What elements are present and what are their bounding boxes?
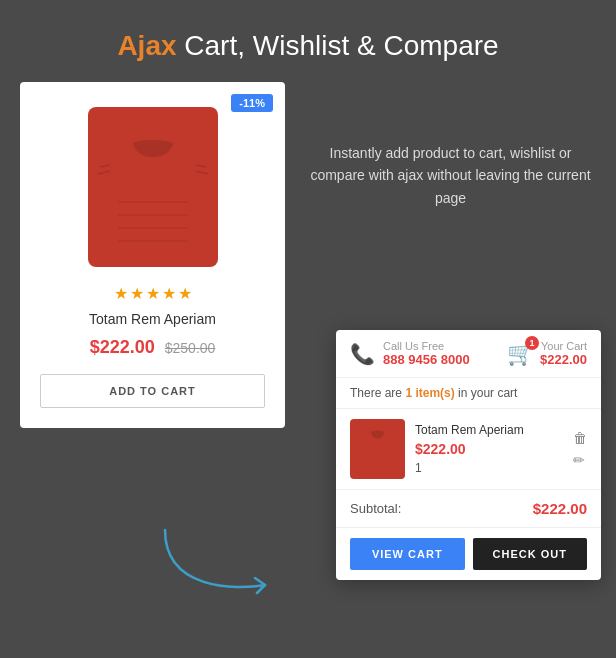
item-count: 1 item(s)	[405, 386, 454, 400]
cart-actions: VIEW CART CHECK OUT	[336, 528, 601, 580]
cart-total-price: $222.00	[540, 352, 587, 367]
cart-subtotal: Subtotal: $222.00	[336, 490, 601, 528]
price-row: $222.00 $250.00	[40, 337, 265, 358]
product-card: -11%	[20, 82, 285, 428]
cart-item-price: $222.00	[415, 441, 563, 457]
cart-item-details: Totam Rem Aperiam $222.00 1	[415, 423, 563, 475]
subtotal-amount: $222.00	[533, 500, 587, 517]
arrow-container	[155, 520, 275, 604]
cart-header: 📞 Call Us Free 888 9456 8000 🛒 1 Your Ca…	[336, 330, 601, 378]
your-cart-label: Your Cart	[540, 340, 587, 352]
page-title: Ajax Cart, Wishlist & Compare	[0, 0, 616, 82]
product-image	[88, 107, 218, 267]
title-rest: Cart, Wishlist & Compare	[177, 30, 499, 61]
phone-icon: 📞	[350, 342, 375, 366]
product-image-container	[40, 102, 265, 272]
cart-item: Totam Rem Aperiam $222.00 1 🗑 ✏	[336, 409, 601, 490]
description-content: Instantly add product to cart, wishlist …	[310, 145, 590, 206]
add-to-cart-button[interactable]: ADD TO CART	[40, 374, 265, 408]
call-us-info: Call Us Free 888 9456 8000	[383, 340, 470, 367]
cart-icon-wrap: 🛒 1	[507, 341, 534, 367]
cart-item-qty: 1	[415, 461, 563, 475]
cart-popup: 📞 Call Us Free 888 9456 8000 🛒 1 Your Ca…	[336, 330, 601, 580]
checkout-button[interactable]: CHECK OUT	[473, 538, 588, 570]
title-ajax-word: Ajax	[117, 30, 176, 61]
view-cart-button[interactable]: VIEW CART	[350, 538, 465, 570]
cart-info-bar: There are 1 item(s) in your cart	[336, 378, 601, 409]
call-us-label: Call Us Free	[383, 340, 470, 352]
original-price: $250.00	[165, 340, 216, 356]
delete-icon[interactable]: 🗑	[573, 430, 587, 446]
product-name: Totam Rem Aperiam	[40, 311, 265, 327]
info-suffix: in your cart	[458, 386, 517, 400]
edit-icon[interactable]: ✏	[573, 452, 587, 468]
current-price: $222.00	[90, 337, 155, 358]
info-prefix: There are	[350, 386, 402, 400]
cart-item-name: Totam Rem Aperiam	[415, 423, 563, 437]
phone-number: 888 9456 8000	[383, 352, 470, 367]
cart-item-image	[350, 419, 405, 479]
cart-header-phone: 📞 Call Us Free 888 9456 8000	[350, 340, 470, 367]
cart-badge: 1	[525, 336, 539, 350]
subtotal-label: Subtotal:	[350, 501, 401, 516]
discount-badge: -11%	[231, 94, 273, 112]
cart-summary: Your Cart $222.00	[540, 340, 587, 367]
star-rating: ★ ★ ★ ★ ★	[40, 284, 265, 303]
cart-item-actions: 🗑 ✏	[573, 430, 587, 468]
cart-header-cart: 🛒 1 Your Cart $222.00	[507, 340, 587, 367]
